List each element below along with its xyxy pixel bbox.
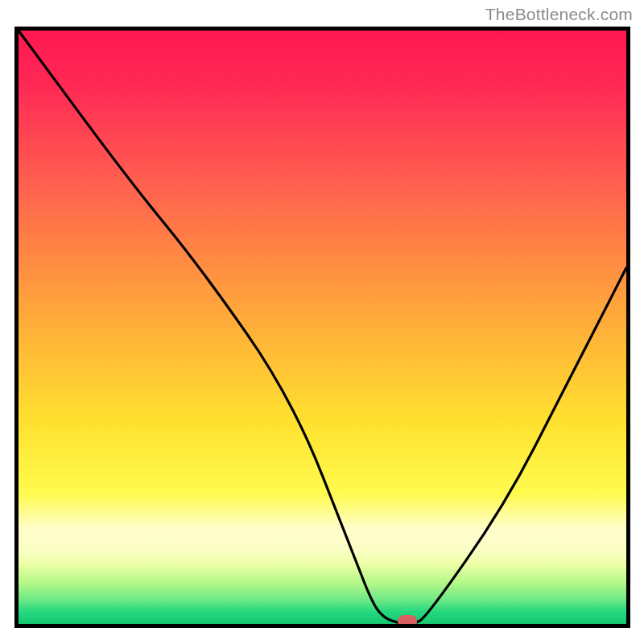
chart-frame xyxy=(14,27,630,628)
bottleneck-curve xyxy=(19,31,626,624)
optimal-marker xyxy=(398,615,417,628)
attribution-text: TheBottleneck.com xyxy=(485,5,633,24)
chart-wrapper: TheBottleneck.com xyxy=(0,0,644,644)
line-plot xyxy=(19,31,626,624)
